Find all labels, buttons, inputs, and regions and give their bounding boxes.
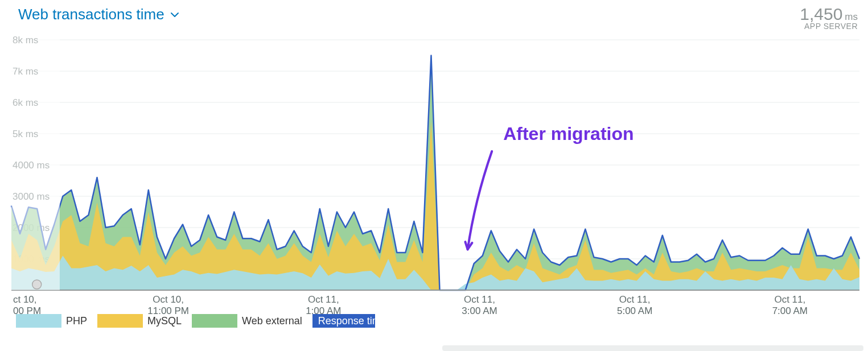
legend-item-response[interactable]: Response time [312,314,386,328]
metric-value: 1,450 [800,5,842,23]
svg-text:ct 10,: ct 10, [13,294,37,305]
svg-text:Oct 11,: Oct 11, [619,294,651,305]
svg-text:After migration: After migration [503,123,633,144]
svg-text:Oct 11,: Oct 11, [774,294,805,305]
chart-title-label: Web transactions time [18,6,164,23]
svg-text:00 PM: 00 PM [13,305,41,316]
svg-text:Oct 11,: Oct 11, [308,294,339,305]
chevron-down-icon [169,9,180,20]
chart-title-select[interactable]: Web transactions time [6,6,180,23]
metric-unit: ms [845,11,858,22]
metric-summary: 1,450ms APP SERVER [800,6,862,31]
svg-text:11:00 PM: 11:00 PM [147,305,189,316]
legend-label-resp: Response time [318,315,386,327]
svg-text:Oct 11,: Oct 11, [464,294,495,305]
svg-text:3:00 AM: 3:00 AM [462,305,497,316]
svg-rect-17 [11,28,60,290]
chart[interactable]: 1000 ms2000 ms3000 ms4000 ms5k ms6k ms7k… [6,28,862,313]
horizontal-scrollbar[interactable] [442,345,863,351]
svg-text:5:00 AM: 5:00 AM [617,305,652,316]
svg-text:Oct 10,: Oct 10, [153,294,184,305]
svg-text:7:00 AM: 7:00 AM [772,305,808,316]
svg-point-18 [32,280,42,289]
